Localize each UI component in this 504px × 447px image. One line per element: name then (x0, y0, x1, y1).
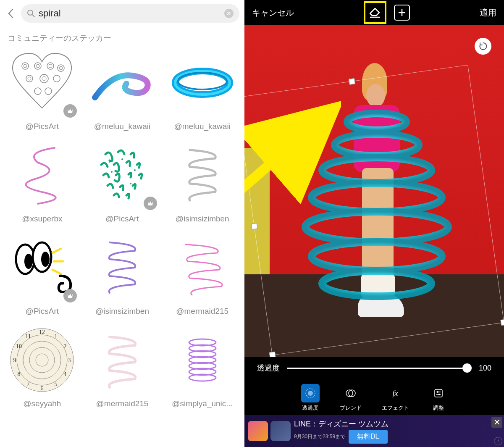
svg-point-13 (42, 76, 46, 81)
tool-label: 透過度 (302, 404, 318, 412)
back-button[interactable] (5, 8, 16, 19)
tool-row: 透過度 ブレンド fx エフェクト 調整 (244, 379, 504, 415)
svg-point-6 (47, 63, 54, 69)
selection-box[interactable] (244, 65, 504, 355)
rotate-handle[interactable] (475, 38, 491, 55)
ad-subtitle: 9月30日まで23:59まで (294, 433, 345, 440)
pink-squiggle-icon (8, 142, 76, 209)
svg-text:6: 6 (41, 385, 44, 392)
cartoon-eyes-icon (8, 238, 76, 297)
sticker-search-panel: ✕ コミュニティーのステッカー @PicsArt (0, 0, 244, 447)
ad-info-button[interactable]: i (494, 437, 502, 445)
cancel-button[interactable]: キャンセル (252, 7, 294, 18)
premium-badge-icon (63, 289, 77, 302)
opacity-slider-row: 透過度 100 (244, 357, 504, 379)
svg-point-5 (36, 64, 39, 68)
add-button[interactable] (394, 5, 410, 21)
section-title: コミュニティーのステッカー (0, 27, 244, 47)
svg-point-24 (117, 181, 119, 182)
svg-text:11: 11 (26, 333, 31, 339)
rotate-icon (478, 42, 488, 51)
sticker-label: @simplya_unic... (172, 399, 233, 408)
slider-value: 100 (475, 364, 491, 373)
selection-handle[interactable] (251, 223, 258, 230)
svg-text:12: 12 (39, 329, 45, 335)
ad-app-icons (244, 421, 294, 441)
eraser-icon (369, 7, 381, 18)
svg-point-27 (24, 254, 33, 269)
sticker-item[interactable]: @xsuperbx (4, 139, 80, 224)
sticker-label: @isimsizimben (176, 214, 229, 224)
search-icon (27, 9, 35, 18)
selection-handle[interactable] (269, 352, 276, 357)
svg-point-33 (10, 329, 74, 392)
search-input[interactable] (39, 8, 221, 19)
svg-point-14 (53, 75, 60, 82)
fx-icon: fx (389, 387, 401, 399)
svg-rect-72 (435, 389, 442, 397)
editor-panel: キャンセル 適用 (244, 0, 504, 447)
search-box[interactable]: ✕ (21, 4, 239, 23)
svg-point-19 (178, 73, 227, 89)
search-header: ✕ (0, 0, 244, 27)
tool-effect[interactable]: fx エフェクト (382, 384, 409, 412)
svg-point-23 (134, 169, 136, 171)
sticker-label: @seyyahh (23, 399, 61, 408)
editor-header: キャンセル 適用 (244, 0, 504, 25)
sticker-label: @xsuperbx (22, 214, 62, 224)
selection-handle[interactable] (349, 78, 355, 85)
selection-handle[interactable] (500, 319, 504, 326)
svg-point-8 (58, 65, 64, 71)
svg-point-4 (34, 63, 41, 69)
svg-point-0 (28, 10, 33, 15)
sticker-item[interactable]: @simplya_unic... (164, 324, 240, 408)
svg-point-25 (130, 183, 131, 184)
sticker-item[interactable]: @PicsArt (84, 139, 160, 224)
canvas-area[interactable] (244, 25, 504, 357)
sticker-item[interactable]: @mermaid215 (164, 232, 240, 316)
sticker-label: @mermaid215 (96, 399, 149, 408)
apply-button[interactable]: 適用 (480, 7, 496, 18)
eraser-button[interactable] (364, 1, 386, 24)
tool-opacity[interactable]: 透過度 (301, 384, 320, 412)
slider-label: 透過度 (257, 363, 280, 373)
blend-icon (345, 387, 357, 399)
swirl-brush-icon (89, 58, 156, 108)
ad-close-button[interactable]: ✕ (491, 417, 502, 428)
svg-point-7 (49, 64, 52, 68)
pastel-coil-icon (89, 326, 156, 394)
sticker-item[interactable]: @isimsizimben (164, 139, 240, 224)
sticker-item[interactable]: @isimsizimben (84, 232, 160, 316)
svg-line-1 (32, 15, 34, 17)
sticker-item[interactable]: @mermaid215 (84, 324, 160, 408)
adjust-icon (433, 387, 444, 399)
opacity-slider[interactable] (287, 368, 467, 369)
svg-text:3: 3 (68, 357, 71, 363)
tool-adjust[interactable]: 調整 (429, 384, 448, 412)
gray-coil-icon (169, 142, 236, 209)
svg-point-15 (34, 88, 41, 95)
svg-point-18 (175, 71, 230, 95)
premium-badge-icon (144, 197, 157, 210)
ad-banner[interactable]: LINE：ディズニー ツムツム 9月30日まで23:59まで 無料DL ✕ i (244, 415, 504, 447)
clear-search-button[interactable]: ✕ (224, 9, 234, 18)
svg-text:5: 5 (55, 381, 58, 387)
sticker-item[interactable]: @PicsArt (4, 47, 80, 131)
tool-label: 調整 (433, 404, 444, 412)
svg-line-32 (52, 270, 61, 274)
svg-point-2 (22, 63, 29, 69)
sticker-label: @mermaid215 (176, 307, 228, 316)
svg-point-29 (41, 252, 50, 267)
slider-thumb[interactable] (462, 363, 472, 373)
ad-download-button[interactable]: 無料DL (349, 430, 387, 444)
sticker-item[interactable]: @meluu_kawaii (84, 47, 160, 131)
sticker-label: @isimsizimben (95, 307, 149, 316)
sticker-item[interactable]: @meluu_kawaii (164, 47, 240, 131)
sticker-item[interactable]: @PicsArt (4, 232, 80, 316)
tool-blend[interactable]: ブレンド (340, 384, 362, 412)
svg-point-10 (26, 75, 33, 82)
sticker-item[interactable]: 12369 1245 781011 @seyyahh (4, 324, 80, 408)
sticker-label: @PicsArt (105, 214, 139, 224)
svg-point-20 (109, 161, 110, 163)
sticker-label: @PicsArt (26, 122, 59, 131)
